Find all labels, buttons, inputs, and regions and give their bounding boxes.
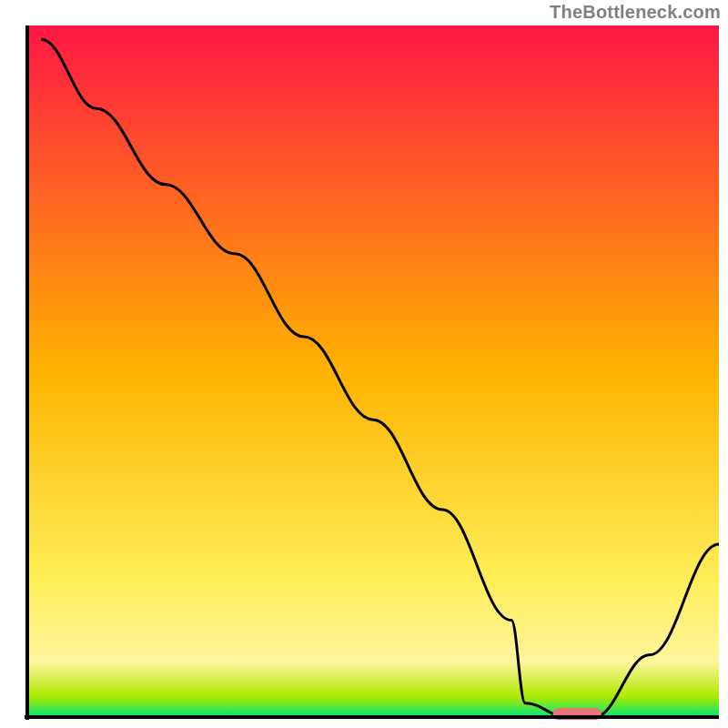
chart-canvas: TheBottleneck.com xyxy=(0,0,728,728)
chart-svg xyxy=(0,0,728,728)
gradient-background xyxy=(27,25,719,717)
